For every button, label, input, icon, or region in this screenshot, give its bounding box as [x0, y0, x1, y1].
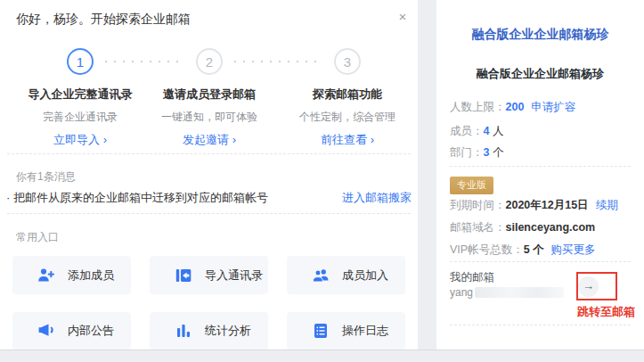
shortcut-label: 内部公告 — [68, 323, 114, 339]
plan-badge: 专业版 — [450, 177, 493, 194]
step-title: 邀请成员登录邮箱 — [143, 86, 276, 103]
renew-link[interactable]: 续期 — [596, 199, 618, 211]
redacted-address — [475, 287, 564, 298]
shortcut-label: 添加成员 — [68, 267, 114, 284]
step-invite-members: 2 邀请成员登录邮箱 一键通知，即可体验 发起邀请 › — [143, 48, 276, 148]
domain-row: 邮箱域名：silenceyang.com — [450, 220, 595, 235]
go-view-link[interactable]: 前往查看 › — [281, 132, 414, 148]
shortcut-label: 导入通讯录 — [205, 267, 263, 284]
bar-chart-icon — [175, 322, 192, 340]
org-name: 融合版企业企业邮箱杨珍 — [436, 66, 644, 82]
shortcut-statistics[interactable]: 统计分析 — [150, 312, 268, 350]
import-now-link[interactable]: 立即导入 › — [13, 132, 147, 148]
account-summary-panel: 融合版企业企业邮箱杨珍 融合版企业企业邮箱杨珍 人数上限：200申请扩容 成员：… — [436, 0, 644, 350]
person-add-icon — [37, 267, 55, 284]
divider — [7, 153, 411, 154]
stat-member-limit: 人数上限：200申请扩容 — [450, 100, 575, 115]
my-mailbox-label: 我的邮箱 — [450, 270, 494, 285]
import-contacts-icon — [175, 267, 192, 284]
shortcuts-header: 常用入口 — [16, 230, 59, 245]
vip-count-row: VIP帐号总数：5 个购买更多 — [450, 243, 596, 258]
shortcut-member-join[interactable]: 成员加入 — [287, 256, 405, 294]
send-invite-link[interactable]: 发起邀请 › — [143, 132, 276, 148]
shortcut-label: 操作日志 — [342, 323, 388, 339]
step-number-badge: 1 — [67, 48, 94, 75]
divider — [7, 213, 411, 214]
page-bottom-edge — [0, 350, 644, 350]
shortcut-label: 统计分析 — [205, 323, 251, 339]
divider — [450, 166, 631, 167]
expiry-row: 到期时间：2020年12月15日续期 — [450, 198, 618, 213]
divider — [450, 325, 631, 325]
annotation-highlight-box — [576, 272, 617, 300]
mailbox-migrate-link[interactable]: 进入邮箱搬家 — [342, 190, 412, 206]
org-title-link[interactable]: 融合版企业企业邮箱杨珍 — [436, 27, 644, 43]
step-subtitle: 个性定制，综合管理 — [281, 110, 414, 125]
shortcut-operation-log[interactable]: 操作日志 — [287, 312, 405, 350]
close-icon[interactable]: × — [395, 9, 411, 25]
step-number-badge: 2 — [196, 48, 223, 75]
step-subtitle: 一键通知，即可体验 — [143, 110, 276, 125]
message-item: · 把邮件从原来的企业邮箱中迁移到对应的邮箱帐号 — [6, 190, 268, 206]
step-title: 导入企业完整通讯录 — [13, 86, 147, 103]
stat-departments: 部门：3 个 — [450, 145, 503, 160]
shortcut-internal-announcement[interactable]: 内部公告 — [12, 312, 131, 350]
expand-capacity-link[interactable]: 申请扩容 — [531, 101, 575, 113]
shortcut-import-contacts[interactable]: 导入通讯录 — [150, 256, 268, 294]
stat-members: 成员：4 人 — [450, 124, 503, 139]
step-import-contacts: 1 导入企业完整通讯录 完善企业通讯录 立即导入 › — [13, 48, 147, 148]
megaphone-icon — [37, 322, 55, 340]
annotation-label: 跳转至邮箱 — [474, 304, 644, 320]
shortcut-add-member[interactable]: 添加成员 — [12, 256, 131, 294]
members-icon — [312, 267, 330, 284]
step-title: 探索邮箱功能 — [281, 86, 414, 103]
step-subtitle: 完善企业通讯录 — [13, 110, 147, 125]
greeting-title: 你好，杨珍。开始探索企业邮箱 — [16, 12, 191, 28]
step-explore-features: 3 探索邮箱功能 个性定制，综合管理 前往查看 › — [281, 48, 414, 148]
mailbox-address: yang — [450, 286, 564, 299]
step-number-badge: 3 — [334, 48, 361, 75]
onboarding-panel: 你好，杨珍。开始探索企业邮箱 × 1 导入企业完整通讯录 完善企业通讯录 立即导… — [0, 0, 418, 350]
divider — [450, 261, 631, 262]
log-icon — [312, 322, 330, 340]
buy-more-link[interactable]: 购买更多 — [551, 243, 596, 256]
messages-header: 你有1条消息 — [16, 169, 76, 185]
shortcut-label: 成员加入 — [342, 267, 388, 284]
